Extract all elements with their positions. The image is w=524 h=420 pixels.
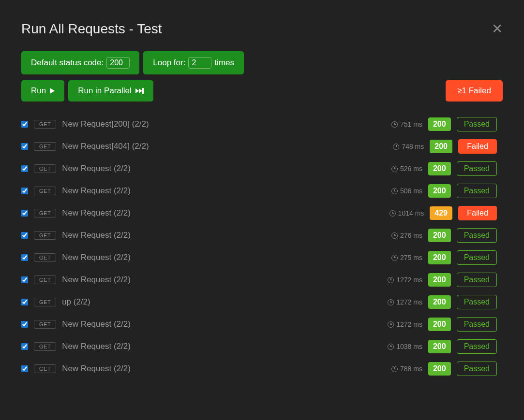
request-timing: 1272 ms [388,320,422,328]
close-icon: ✕ [492,21,503,36]
request-timing: 751 ms [391,120,422,128]
loop-count-input[interactable] [188,57,211,69]
result-badge: Failed [458,139,497,154]
request-timing: 275 ms [391,254,422,261]
method-badge: GET [34,298,56,306]
loop-label-pre: Loop for: [153,58,185,68]
request-list[interactable]: GETNew Request[200] (2/2)751 ms200Passed… [21,113,503,380]
request-checkbox[interactable] [21,210,28,217]
timing-value: 1014 ms [398,209,424,217]
loop-label-post: times [214,58,234,68]
clock-icon [391,232,398,239]
request-row: GETNew Request (2/2)788 ms200Passed [21,358,497,380]
request-timing: 1272 ms [388,276,422,284]
status-code-badge: 200 [428,162,451,175]
clock-icon [391,121,398,128]
run-parallel-button[interactable]: Run in Parallel [68,80,153,101]
request-checkbox[interactable] [21,321,28,328]
failed-summary-button[interactable]: ≥1 Failed [446,80,503,101]
result-badge: Passed [457,362,497,376]
request-timing: 1272 ms [388,298,422,306]
result-badge: Passed [457,317,497,332]
request-checkbox[interactable] [21,299,28,305]
clock-icon [393,144,399,150]
request-name: New Request (2/2) [62,253,386,262]
method-badge: GET [34,275,56,284]
request-checkbox[interactable] [21,365,28,372]
loop-pill: Loop for: times [143,51,244,74]
method-badge: GET [34,187,56,195]
modal-header: Run All Requests - Test ✕ [21,21,503,37]
config-row: Default status code: Loop for: times [21,51,503,74]
request-checkbox[interactable] [21,276,28,283]
clock-icon [391,366,398,372]
timing-value: 506 ms [400,187,422,195]
request-checkbox[interactable] [21,254,28,261]
timing-value: 1038 ms [396,343,422,350]
timing-value: 1272 ms [396,276,422,284]
clock-icon [391,255,398,261]
request-row: GETNew Request (2/2)1014 ms429Failed [21,202,497,224]
request-checkbox[interactable] [21,165,28,172]
method-badge: GET [34,253,56,262]
run-button[interactable]: Run [21,80,64,101]
method-badge: GET [34,231,56,240]
run-requests-modal: Run All Requests - Test ✕ Default status… [0,0,524,401]
timing-value: 1272 ms [396,320,422,328]
request-timing: 276 ms [391,232,422,239]
request-row: GETNew Request[404] (2/2)748 ms200Failed [21,135,497,158]
request-name: New Request (2/2) [62,275,382,285]
timing-value: 748 ms [402,143,424,150]
fast-forward-icon [135,88,144,94]
request-checkbox[interactable] [21,343,28,350]
status-code-badge: 200 [428,318,451,331]
request-row: GETNew Request (2/2)506 ms200Passed [21,180,497,202]
method-badge: GET [34,364,56,373]
request-checkbox[interactable] [21,188,28,194]
run-parallel-label: Run in Parallel [78,86,132,96]
status-code-pill: Default status code: [21,51,139,74]
status-code-badge: 200 [430,140,452,153]
page-title: Run All Requests - Test [21,21,162,37]
status-code-badge: 200 [428,362,451,376]
request-name: New Request (2/2) [62,186,386,196]
request-name: New Request (2/2) [62,342,382,351]
clock-icon [388,277,394,283]
clock-icon [388,321,394,328]
request-name: New Request (2/2) [62,364,386,374]
status-code-badge: 200 [428,251,451,264]
clock-icon [388,344,394,350]
clock-icon [391,166,398,172]
request-row: GETup (2/2)1272 ms200Passed [21,291,497,313]
status-code-label: Default status code: [31,58,104,68]
request-timing: 526 ms [391,165,422,173]
request-checkbox[interactable] [21,232,28,239]
result-badge: Passed [457,273,497,287]
method-badge: GET [34,342,56,351]
method-badge: GET [34,209,56,217]
clock-icon [388,299,394,305]
method-badge: GET [34,142,56,151]
play-icon [50,88,55,94]
status-code-badge: 200 [428,229,451,242]
result-badge: Failed [458,206,497,220]
result-badge: Passed [457,250,497,265]
request-checkbox[interactable] [21,121,28,128]
timing-value: 788 ms [400,365,422,373]
close-button[interactable]: ✕ [492,22,503,36]
status-code-input[interactable] [106,57,130,69]
status-code-badge: 200 [428,273,451,287]
request-timing: 748 ms [393,143,424,150]
action-row: Run Run in Parallel ≥1 Failed [21,80,503,101]
status-code-badge: 200 [428,340,451,353]
timing-value: 1272 ms [396,298,422,306]
timing-value: 751 ms [400,120,422,128]
run-buttons: Run Run in Parallel [21,80,153,101]
request-timing: 506 ms [391,187,422,195]
result-badge: Passed [457,161,497,176]
result-badge: Passed [457,117,497,131]
request-name: New Request[200] (2/2) [62,119,386,129]
timing-value: 526 ms [400,165,422,173]
request-checkbox[interactable] [21,143,28,150]
request-name: New Request[404] (2/2) [62,142,387,151]
